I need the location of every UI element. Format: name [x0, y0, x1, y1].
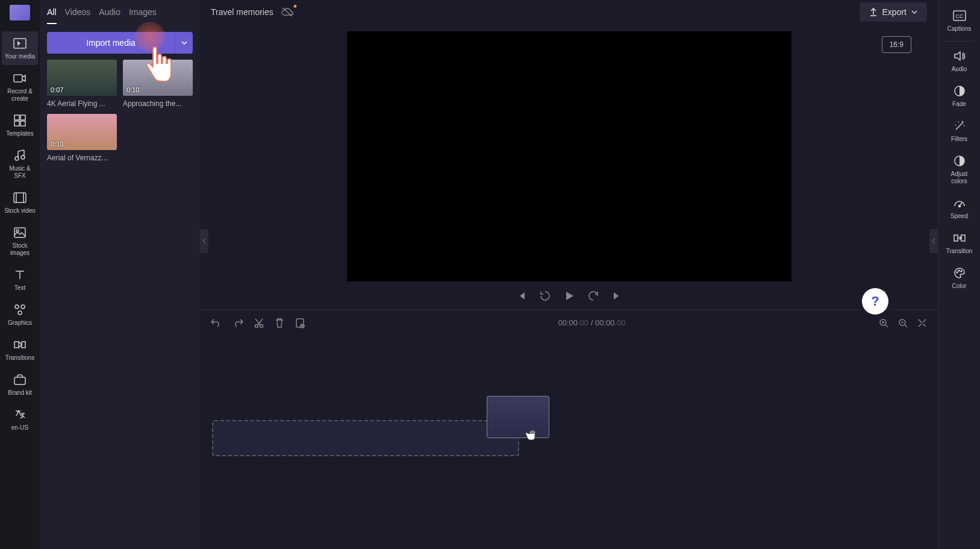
- tab-images[interactable]: Images: [129, 7, 157, 24]
- nav-filters[interactable]: Filters: [941, 114, 978, 148]
- nav-captions[interactable]: CC Captions: [941, 4, 978, 37]
- nav-stock-video[interactable]: Stock video: [2, 186, 38, 219]
- app-logo[interactable]: [10, 5, 30, 20]
- chevron-left-icon: [202, 238, 206, 244]
- music-icon: [13, 148, 27, 163]
- nav-label: Captions: [947, 25, 971, 33]
- media-grid: 0:07 4K Aerial Flying ... 0:10 Approachi…: [40, 60, 200, 162]
- timeline-drop-zone[interactable]: [212, 420, 519, 456]
- duration-badge: 0:10: [126, 86, 139, 93]
- speaker-icon: [952, 49, 967, 63]
- total-ms: .00: [614, 318, 625, 327]
- nav-label: Record & create: [3, 88, 37, 102]
- svg-rect-3: [20, 115, 25, 120]
- skip-end-button[interactable]: [611, 290, 622, 301]
- redo-button[interactable]: [233, 318, 243, 328]
- svg-point-30: [957, 272, 958, 273]
- image-icon: [13, 225, 27, 240]
- fade-icon: [952, 84, 967, 98]
- nav-text[interactable]: Text: [2, 263, 38, 296]
- media-thumbnail: 0:10: [123, 60, 193, 96]
- svg-point-18: [260, 324, 263, 327]
- nav-your-media[interactable]: Your media: [2, 31, 38, 65]
- export-button[interactable]: Export: [860, 2, 927, 22]
- tab-audio[interactable]: Audio: [99, 7, 120, 24]
- media-title: Approaching the...: [123, 99, 193, 108]
- aspect-ratio-button[interactable]: 16:9: [882, 36, 911, 53]
- nav-label: Your media: [5, 53, 35, 60]
- nav-transition[interactable]: Transition: [941, 226, 978, 260]
- rewind-button[interactable]: [539, 290, 551, 302]
- media-item[interactable]: 0:10 Approaching the...: [123, 60, 193, 108]
- nav-transitions[interactable]: Transitions: [2, 333, 38, 366]
- collapse-left-panel-button[interactable]: [200, 229, 208, 253]
- svg-point-6: [15, 157, 19, 160]
- media-item[interactable]: 0:07 4K Aerial Flying ...: [47, 60, 117, 108]
- fit-timeline-button[interactable]: [917, 318, 927, 328]
- project-title[interactable]: Travel memories: [211, 7, 273, 17]
- total-time: 00:00: [595, 318, 615, 327]
- nav-fade[interactable]: Fade: [941, 79, 978, 113]
- nav-language[interactable]: en-US: [2, 403, 38, 436]
- play-button[interactable]: [563, 290, 575, 302]
- svg-point-12: [21, 305, 25, 309]
- skip-start-button[interactable]: [516, 290, 527, 301]
- import-media-button[interactable]: Import media: [47, 32, 175, 54]
- zoom-out-button[interactable]: [898, 318, 908, 328]
- nav-label: Filters: [951, 136, 967, 143]
- nav-graphics[interactable]: Graphics: [2, 298, 38, 331]
- nav-adjust-colors[interactable]: Adjust colors: [941, 149, 978, 190]
- wand-icon: [952, 119, 967, 133]
- nav-label: Graphics: [8, 319, 32, 327]
- svg-rect-4: [14, 121, 19, 126]
- language-icon: [13, 407, 27, 422]
- nav-templates[interactable]: Templates: [2, 108, 38, 142]
- divider: [944, 41, 975, 42]
- forward-button[interactable]: [587, 290, 599, 302]
- svg-point-11: [15, 305, 19, 309]
- svg-rect-8: [14, 193, 26, 202]
- current-ms: .00: [578, 318, 588, 327]
- nav-brand-kit[interactable]: Brand kit: [2, 368, 38, 401]
- cut-button[interactable]: [254, 318, 264, 328]
- import-dropdown-caret[interactable]: [175, 32, 193, 54]
- media-item[interactable]: 0:10 Aerial of Vernazz...: [47, 114, 117, 162]
- grab-cursor-icon: [525, 429, 542, 444]
- nav-stock-images[interactable]: Stock images: [2, 221, 38, 262]
- film-icon: [13, 190, 27, 205]
- chevron-left-icon: [932, 238, 935, 244]
- svg-point-31: [958, 270, 960, 271]
- nav-label: Stock video: [4, 207, 36, 215]
- help-button[interactable]: ?: [862, 288, 888, 315]
- media-icon: [13, 36, 27, 51]
- duration-badge: 0:10: [51, 140, 63, 148]
- nav-record-create[interactable]: Record & create: [2, 66, 38, 107]
- zoom-in-button[interactable]: [879, 318, 888, 328]
- split-button[interactable]: [295, 318, 305, 328]
- svg-point-17: [255, 324, 258, 327]
- tab-videos[interactable]: Videos: [65, 7, 91, 24]
- gauge-icon: [952, 196, 967, 210]
- nav-audio[interactable]: Audio: [941, 44, 978, 78]
- nav-label: en-US: [11, 424, 28, 431]
- transitions-icon: [13, 337, 27, 352]
- video-preview[interactable]: [347, 31, 791, 281]
- timeline-timecode: 00:00.00 / 00:00.00: [558, 318, 625, 327]
- nav-label: Fade: [952, 101, 966, 108]
- camera-icon: [13, 71, 27, 86]
- timeline-area[interactable]: Drag & drop media here: [200, 336, 938, 549]
- svg-rect-2: [14, 115, 19, 120]
- nav-speed[interactable]: Speed: [941, 191, 978, 225]
- nav-color[interactable]: Color: [941, 261, 978, 295]
- nav-label: Transition: [946, 248, 973, 255]
- nav-music[interactable]: Music & SFX: [2, 143, 38, 184]
- collapse-right-panel-button[interactable]: [929, 229, 938, 253]
- briefcase-icon: [13, 372, 27, 387]
- media-title: Aerial of Vernazz...: [47, 154, 117, 162]
- undo-button[interactable]: [211, 318, 222, 328]
- svg-rect-9: [14, 228, 25, 237]
- svg-point-13: [18, 311, 22, 315]
- cloud-sync-off-icon[interactable]: [281, 7, 294, 17]
- tab-all[interactable]: All: [47, 7, 57, 24]
- delete-button[interactable]: [275, 318, 284, 328]
